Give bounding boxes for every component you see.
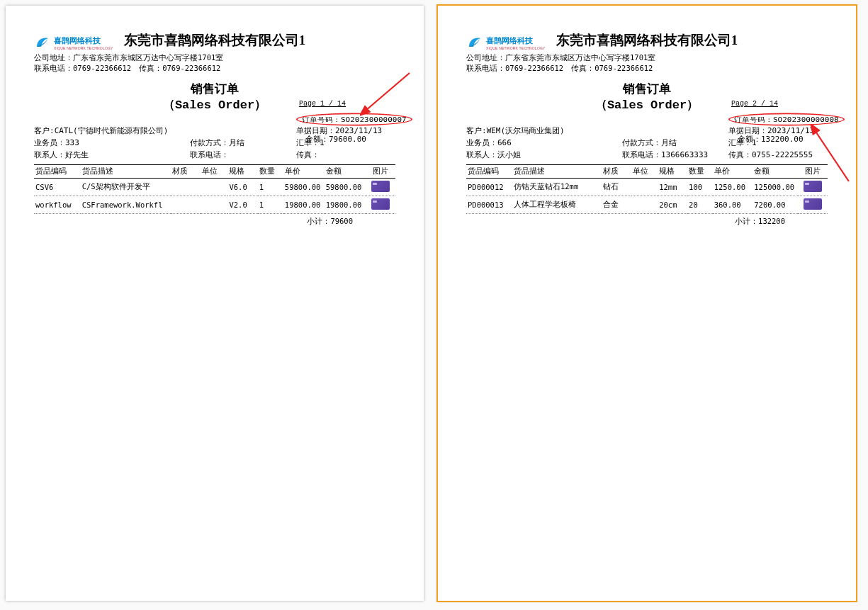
items-table: 货品编码 货品描述 材质 单位 规格 数量 单价 金额 图片 PD000012 … xyxy=(466,164,828,214)
company-address: 公司地址：广东省东莞市东城区万达中心写字楼1701室 xyxy=(34,53,395,63)
subtotal-line: 小计：132200 xyxy=(466,217,828,227)
order-no-circled: 订单号码：SO202300000007 xyxy=(296,112,412,127)
contact-value: 沃小姐 xyxy=(497,150,521,159)
contact-phone-value: 1366663333 xyxy=(661,150,708,159)
logo-subtext: XIQUE NETWORK TECHNOLOGY xyxy=(54,46,113,50)
report-page-2: 喜鹊网络科技 XIQUE NETWORK TECHNOLOGY 东莞市喜鹊网络科… xyxy=(438,6,856,601)
salesman-value: 666 xyxy=(497,138,512,147)
report-page-1: 喜鹊网络科技 XIQUE NETWORK TECHNOLOGY 东莞市喜鹊网络科… xyxy=(6,6,424,601)
table-row: PD000012 仿钴天蓝钻石12mm 钻石 12mm 100 1250.00 … xyxy=(466,179,828,196)
company-phone: 联系电话：0769-22366612 传真：0769-22366612 xyxy=(466,64,828,74)
product-thumb-icon xyxy=(804,181,822,192)
doc-title-cn: 销售订单 xyxy=(466,81,828,97)
page-indicator: Page 1 / 14 xyxy=(299,100,346,108)
product-thumb-icon xyxy=(371,198,390,210)
amount-value: 79600.00 xyxy=(329,135,366,144)
order-no-value: SO202300000007 xyxy=(341,115,407,123)
subtotal-line: 小计：79600 xyxy=(34,217,395,227)
product-thumb-icon xyxy=(804,198,822,210)
logo-text: 喜鹊网络科技 xyxy=(54,35,113,46)
amount-cell: 金额：132200.00 xyxy=(738,134,804,145)
logo-text: 喜鹊网络科技 xyxy=(486,35,546,46)
pay-method-value: 月结 xyxy=(229,138,244,147)
table-row: workflow CSFramework.Workfl V2.0 1 19800… xyxy=(34,196,395,214)
customer-value: CATL(宁德时代新能源有限公司) xyxy=(55,126,169,135)
doc-title-cn: 销售订单 xyxy=(34,81,395,97)
table-row: CSV6 C/S架构软件开发平 V6.0 1 59800.00 59800.00 xyxy=(34,179,395,196)
table-header-row: 货品编码 货品描述 材质 单位 规格 数量 单价 金额 图片 xyxy=(466,165,828,179)
bird-logo-icon xyxy=(34,34,51,51)
page-indicator: Page 2 / 14 xyxy=(731,100,778,108)
bird-logo-icon xyxy=(466,34,483,51)
customer-value: WEM(沃尔玛商业集团) xyxy=(487,126,565,135)
company-phone: 联系电话：0769-22366612 传真：0769-22366612 xyxy=(34,64,395,74)
pay-method-value: 月结 xyxy=(661,138,677,147)
product-thumb-icon xyxy=(371,181,390,192)
logo-subtext: XIQUE NETWORK TECHNOLOGY xyxy=(486,46,546,50)
fax-value: 0755-22225555 xyxy=(752,150,813,159)
order-no-value: SO202300000008 xyxy=(773,115,839,123)
salesman-value: 333 xyxy=(65,138,79,147)
table-row: PD000013 人体工程学老板椅 合金 20cm 20 360.00 7200… xyxy=(466,196,828,214)
items-table: 货品编码 货品描述 材质 单位 规格 数量 单价 金额 图片 CSV6 C/S架… xyxy=(34,164,395,214)
contact-value: 好先生 xyxy=(65,150,89,159)
amount-value: 132200.00 xyxy=(761,135,804,144)
order-no-circled: 订单号码：SO202300000008 xyxy=(728,112,845,127)
table-header-row: 货品编码 货品描述 材质 单位 规格 数量 单价 金额 图片 xyxy=(34,165,395,179)
amount-cell: 金额：79600.00 xyxy=(305,134,366,145)
company-address: 公司地址：广东省东莞市东城区万达中心写字楼1701室 xyxy=(466,53,828,63)
